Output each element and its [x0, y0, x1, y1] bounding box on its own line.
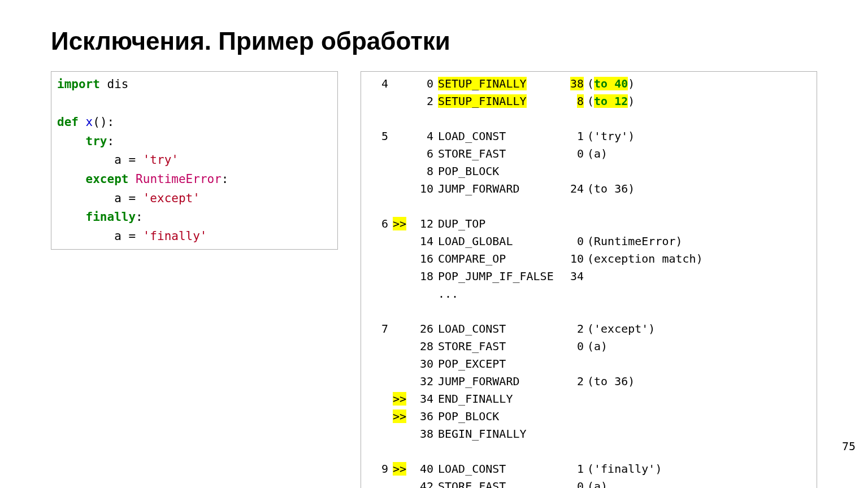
- dis-row: [367, 443, 811, 460]
- dis-row: >>34END_FINALLY: [367, 390, 811, 408]
- code-line: a = 'except': [57, 189, 332, 208]
- dis-row: 32JUMP_FORWARD2(to 36): [367, 373, 811, 390]
- dis-row: 16COMPARE_OP10(exception match): [367, 250, 811, 268]
- dis-row: 28STORE_FAST0(a): [367, 338, 811, 355]
- slide-title: Исключения. Пример обработки: [51, 27, 817, 55]
- dis-row: 2SETUP_FINALLY8(to 12): [367, 93, 811, 110]
- dis-row: 54LOAD_CONST1('try'): [367, 128, 811, 145]
- dis-row: 30POP_EXCEPT: [367, 355, 811, 373]
- code-line: except RuntimeError:: [57, 170, 332, 189]
- dis-row: 9>>40LOAD_CONST1('finally'): [367, 460, 811, 478]
- dis-row: ...: [367, 285, 811, 303]
- dis-row: 18POP_JUMP_IF_FALSE34: [367, 268, 811, 285]
- dis-row: [367, 303, 811, 320]
- disassembly-box: 40SETUP_FINALLY38(to 40)2SETUP_FINALLY8(…: [361, 71, 817, 488]
- columns: import dis def x(): try: a = 'try' excep…: [51, 71, 817, 488]
- source-code-box: import dis def x(): try: a = 'try' excep…: [51, 71, 338, 250]
- code-line: finally:: [57, 208, 332, 227]
- dis-row: 6>>12DUP_TOP: [367, 215, 811, 233]
- code-line: def x():: [57, 113, 332, 132]
- dis-row: 40SETUP_FINALLY38(to 40): [367, 75, 811, 93]
- code-line: [57, 94, 332, 114]
- dis-row: 38BEGIN_FINALLY: [367, 425, 811, 443]
- code-line: import dis: [57, 75, 332, 94]
- dis-row: >>36POP_BLOCK: [367, 408, 811, 425]
- dis-row: 6STORE_FAST0(a): [367, 145, 811, 163]
- page-number: 75: [842, 439, 856, 453]
- dis-row: 14LOAD_GLOBAL0(RuntimeError): [367, 233, 811, 250]
- code-line: a = 'finally': [57, 227, 332, 246]
- dis-row: [367, 198, 811, 215]
- code-line: a = 'try': [57, 151, 332, 170]
- slide: Исключения. Пример обработки import dis …: [0, 0, 868, 488]
- code-line: try:: [57, 132, 332, 151]
- dis-row: 726LOAD_CONST2('except'): [367, 320, 811, 338]
- dis-row: [367, 110, 811, 128]
- dis-row: 42STORE_FAST0(a): [367, 478, 811, 488]
- dis-row: 8POP_BLOCK: [367, 163, 811, 180]
- dis-row: 10JUMP_FORWARD24(to 36): [367, 180, 811, 198]
